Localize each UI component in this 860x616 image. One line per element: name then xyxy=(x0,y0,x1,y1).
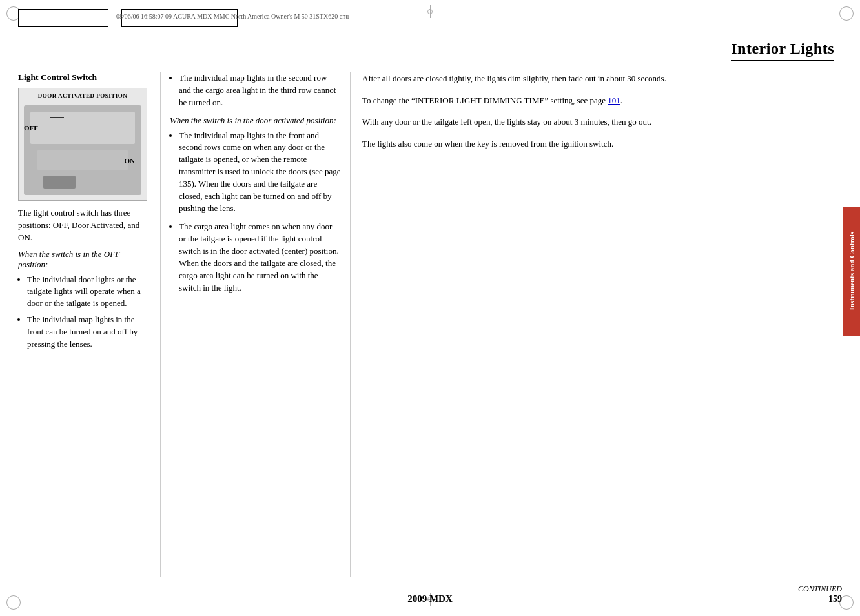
content-area: Light Control Switch DOOR ACTIVATED POSI… xyxy=(18,72,842,577)
sidebar-tab: Instruments and Controls xyxy=(843,207,860,336)
diagram-on-label: ON xyxy=(125,157,136,165)
bottom-line xyxy=(18,586,842,586)
door-activated-bullet-2: The individual map lights in the front a… xyxy=(179,130,341,215)
right-para-1: After all doors are closed tightly, the … xyxy=(362,72,842,85)
right-para-2-suffix: . xyxy=(620,96,622,105)
header-box1 xyxy=(18,9,108,27)
diagram-box: DOOR ACTIVATED POSITION OFF ON xyxy=(18,88,147,201)
diagram-label-top: DOOR ACTIVATED POSITION xyxy=(38,92,128,99)
diagram-off-label: OFF xyxy=(24,124,38,132)
door-activated-main-list: The individual map lights in the front a… xyxy=(170,130,341,294)
door-activated-heading: When the switch is in the door activated… xyxy=(170,116,341,126)
off-section-heading: When the switch is in the OFF position: xyxy=(18,249,151,270)
corner-mark-bl xyxy=(6,595,21,610)
title-underline xyxy=(731,60,834,61)
col-middle: The individual map lights in the second … xyxy=(160,72,351,577)
right-para-3: With any door or the tailgate left open,… xyxy=(362,116,842,128)
off-bullet-2: The individual map lights in the front c… xyxy=(27,314,151,351)
col-left: Light Control Switch DOOR ACTIVATED POSI… xyxy=(18,72,160,577)
right-para-2: To change the “INTERIOR LIGHT DIMMING TI… xyxy=(362,94,842,107)
door-activated-bullets-list: The individual map lights in the second … xyxy=(170,72,341,109)
page-title: Interior Lights xyxy=(731,40,834,57)
sidebar-tab-text: Instruments and Controls xyxy=(847,232,856,310)
door-activated-bullet-3: The cargo area light comes on when any d… xyxy=(179,221,341,294)
main-rule xyxy=(18,65,842,65)
footer-continued: CONTINUED xyxy=(798,584,842,594)
right-para-4: The lights also come on when the key is … xyxy=(362,138,842,150)
footer-page: 159 xyxy=(828,594,842,604)
crosshair-top xyxy=(424,5,436,18)
right-para-2-prefix: To change the “INTERIOR LIGHT DIMMING TI… xyxy=(362,96,608,105)
section-heading: Light Control Switch xyxy=(18,72,151,83)
off-bullet-1: The individual door lights or the tailga… xyxy=(27,274,151,311)
footer-model: 2009 MDX xyxy=(407,593,453,604)
col-right: After all doors are closed tightly, the … xyxy=(351,72,842,577)
page-title-area: Interior Lights xyxy=(731,40,834,61)
header-meta: 08/06/06 16:58:07 09 ACURA MDX MMC North… xyxy=(116,13,349,20)
page-container: 08/06/06 16:58:07 09 ACURA MDX MMC North… xyxy=(0,0,860,616)
right-para-2-link[interactable]: 101 xyxy=(608,96,620,105)
door-activated-bullet-1: The individual map lights in the second … xyxy=(179,72,341,109)
intro-text: The light control switch has three posit… xyxy=(18,207,151,244)
off-bullets-list: The individual door lights or the tailga… xyxy=(18,274,151,351)
